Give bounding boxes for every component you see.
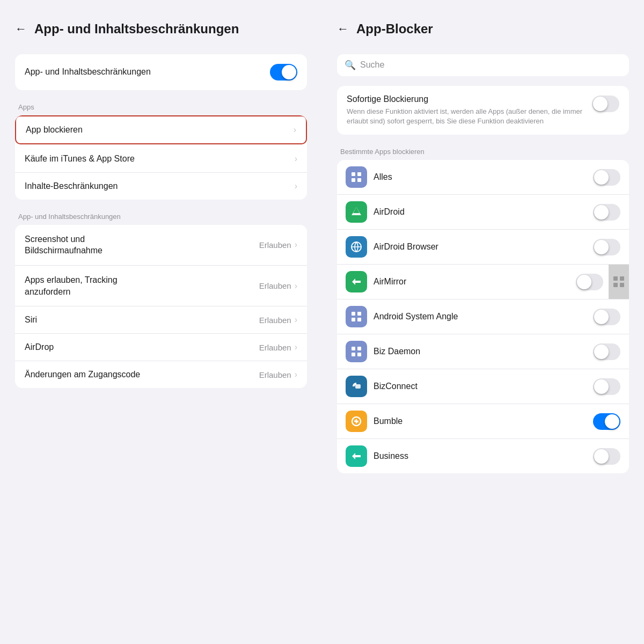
- left-page-title: App- und Inhaltsbeschränkungen: [34, 21, 239, 37]
- toggle-airdroid-browser[interactable]: [593, 239, 620, 255]
- dot: [620, 276, 624, 281]
- main-toggle[interactable]: [270, 64, 297, 80]
- right-back-button[interactable]: ←: [337, 22, 349, 36]
- apps-section-label: Apps: [15, 103, 307, 111]
- chevron-icon: ›: [295, 370, 297, 379]
- siri-value: Erlauben: [259, 316, 291, 325]
- app-row-business[interactable]: Business: [337, 439, 629, 473]
- itunes-row[interactable]: Käufe im iTunes & App Store ›: [15, 145, 307, 173]
- search-input[interactable]: Suche: [360, 60, 384, 70]
- app-name-airmirror: AirMirror: [374, 277, 406, 287]
- svg-rect-1: [357, 172, 361, 176]
- toggle-alles[interactable]: [593, 169, 620, 186]
- app-icon-bumble: [346, 411, 367, 432]
- zugangscode-right: Erlauben ›: [259, 370, 297, 379]
- toggle-biz-daemon[interactable]: [593, 343, 620, 360]
- toggle-android-system[interactable]: [593, 309, 620, 325]
- main-toggle-row: App- und Inhaltsbeschränkungen: [15, 54, 307, 90]
- airdrop-label: AirDrop: [25, 342, 54, 352]
- left-back-button[interactable]: ←: [15, 22, 27, 36]
- svg-rect-7: [352, 318, 355, 321]
- toggle-airmirror[interactable]: [576, 274, 603, 290]
- zugangscode-label: Änderungen am Zugangscode: [25, 370, 140, 379]
- sofortige-desc: Wenn diese Funktion aktiviert ist, werde…: [347, 107, 584, 126]
- app-row-airdroid[interactable]: AirDroid: [337, 195, 629, 230]
- search-bar[interactable]: 🔍 Suche: [337, 54, 629, 76]
- tracking-right: Erlauben ›: [259, 281, 297, 291]
- sofortige-toggle[interactable]: [592, 96, 619, 112]
- toggle-bizconnect[interactable]: [593, 378, 620, 395]
- svg-rect-9: [352, 347, 355, 350]
- tracking-label: Apps erlauben, Trackinganzufordern: [25, 274, 118, 297]
- app-left-bumble: Bumble: [346, 411, 402, 432]
- toggle-business[interactable]: [593, 448, 620, 465]
- main-toggle-label: App- und Inhaltsbeschränkungen: [25, 67, 151, 77]
- screenshot-right: Erlauben ›: [259, 240, 297, 250]
- right-panel: ← App-Blocker 🔍 Suche Sofortige Blockier…: [322, 0, 644, 644]
- app-row-android-system[interactable]: Android System Angle: [337, 299, 629, 334]
- apps-blocker-section-label: Bestimmte Apps blockieren: [337, 148, 629, 156]
- svg-rect-13: [355, 384, 361, 389]
- sofortige-card: Sofortige Blockierung Wenn diese Funktio…: [337, 86, 629, 135]
- app-name-bizconnect: BizConnect: [374, 382, 418, 391]
- app-icon-bizconnect: [346, 376, 367, 397]
- app-left-alles: Alles: [346, 166, 392, 188]
- svg-rect-0: [352, 172, 355, 176]
- chevron-icon: ›: [295, 342, 297, 352]
- app-name-alles: Alles: [374, 172, 392, 182]
- chevron-icon: ›: [295, 181, 297, 191]
- siri-row[interactable]: Siri Erlauben ›: [15, 306, 307, 334]
- toggle-bumble[interactable]: [593, 413, 620, 430]
- app-row-bizconnect[interactable]: BizConnect: [337, 369, 629, 404]
- dot: [613, 276, 618, 281]
- app-icon-airdroid: [346, 201, 367, 223]
- app-left-airmirror: AirMirror: [346, 271, 406, 292]
- itunes-right: ›: [295, 154, 297, 164]
- app-blockieren-right: ›: [294, 125, 296, 135]
- airdrop-value: Erlauben: [259, 343, 291, 352]
- app-blockieren-row[interactable]: App blockieren ›: [15, 115, 307, 144]
- app-icon-airdroid-browser: [346, 236, 367, 258]
- svg-rect-2: [352, 178, 355, 182]
- app-icon-biz-daemon: [346, 341, 367, 362]
- app-name-business: Business: [374, 451, 408, 461]
- screenshot-value: Erlauben: [259, 240, 291, 250]
- svg-rect-5: [352, 312, 355, 316]
- screenshot-row[interactable]: Screenshot undBildschirmaufnahme Erlaube…: [15, 225, 307, 266]
- app-row-biz-daemon[interactable]: Biz Daemon: [337, 334, 629, 369]
- toggle-knob: [282, 65, 296, 79]
- app-row-bumble[interactable]: Bumble: [337, 404, 629, 439]
- svg-rect-3: [357, 178, 361, 182]
- app-icon-android-system: [346, 306, 367, 327]
- zugangscode-value: Erlauben: [259, 370, 291, 379]
- right-header: ← App-Blocker: [337, 21, 629, 37]
- app-left-airdroid-browser: AirDroid Browser: [346, 236, 438, 258]
- app-icon-alles: [346, 166, 367, 188]
- toggle-airdroid[interactable]: [593, 204, 620, 221]
- inhalte-row[interactable]: Inhalte-Beschränkungen ›: [15, 173, 307, 200]
- sofortige-text: Sofortige Blockierung Wenn diese Funktio…: [347, 94, 584, 126]
- tracking-row[interactable]: Apps erlauben, Trackinganzufordern Erlau…: [15, 266, 307, 306]
- svg-rect-8: [357, 318, 361, 321]
- app-left-biz-daemon: Biz Daemon: [346, 341, 420, 362]
- right-page-title: App-Blocker: [356, 21, 433, 37]
- app-row-alles[interactable]: Alles: [337, 160, 629, 195]
- app-name-bumble: Bumble: [374, 416, 402, 426]
- svg-rect-10: [357, 347, 361, 350]
- app-name-airdroid: AirDroid: [374, 207, 405, 217]
- sofortige-toggle-knob: [593, 97, 608, 111]
- grid-overlay: [609, 265, 629, 299]
- app-left-airdroid: AirDroid: [346, 201, 405, 223]
- app-name-airdroid-browser: AirDroid Browser: [374, 242, 438, 252]
- svg-rect-6: [357, 312, 361, 316]
- inhalte-right: ›: [295, 181, 297, 191]
- siri-right: Erlauben ›: [259, 315, 297, 325]
- apps-card: App blockieren › Käufe im iTunes & App S…: [15, 115, 307, 200]
- app-icon-airmirror: [346, 271, 367, 292]
- app-row-airmirror[interactable]: AirMirror: [337, 265, 629, 299]
- airdrop-row[interactable]: AirDrop Erlauben ›: [15, 334, 307, 361]
- zugangscode-row[interactable]: Änderungen am Zugangscode Erlauben ›: [15, 361, 307, 388]
- app-row-airdroid-browser[interactable]: AirDroid Browser: [337, 230, 629, 265]
- screenshot-label: Screenshot undBildschirmaufnahme: [25, 233, 103, 257]
- itunes-label: Käufe im iTunes & App Store: [25, 154, 135, 164]
